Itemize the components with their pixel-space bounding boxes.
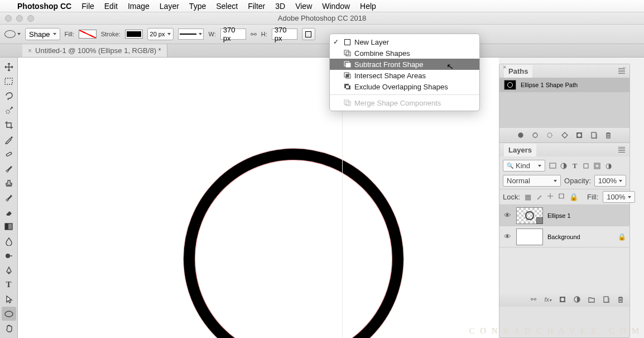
healing-tool[interactable] bbox=[2, 147, 16, 161]
paths-panel-tab[interactable]: Paths bbox=[504, 65, 532, 78]
layer-fx-icon[interactable]: fx▾ bbox=[544, 296, 551, 303]
menu-item-intersect[interactable]: Intersect Shape Areas bbox=[330, 70, 479, 81]
menu-item-new-layer[interactable]: ✓ New Layer bbox=[330, 36, 479, 47]
delete-path-icon[interactable] bbox=[605, 132, 612, 139]
fill-swatch[interactable] bbox=[79, 30, 97, 39]
blend-mode-dropdown[interactable]: Normal bbox=[503, 175, 561, 187]
lock-transparency-icon[interactable]: ▦ bbox=[525, 193, 531, 201]
path-row[interactable]: Ellipse 1 Shape Path bbox=[499, 78, 629, 92]
menu-select[interactable]: Select bbox=[211, 2, 243, 11]
opacity-value: 100% bbox=[598, 177, 617, 185]
layers-panel-tab[interactable]: Layers bbox=[504, 144, 536, 156]
filter-pixel-icon[interactable] bbox=[549, 162, 556, 169]
eraser-tool[interactable] bbox=[2, 205, 16, 219]
window-title: Adobe Photoshop CC 2018 bbox=[278, 14, 366, 22]
lasso-tool[interactable] bbox=[2, 89, 16, 103]
layer-filter-dropdown[interactable]: 🔍Kind bbox=[503, 160, 545, 172]
layer-name[interactable]: Background bbox=[547, 234, 580, 240]
close-tab-icon[interactable]: × bbox=[28, 47, 32, 55]
minimize-window-icon[interactable] bbox=[16, 15, 23, 22]
tool-mode-dropdown[interactable]: Shape bbox=[25, 28, 60, 40]
lock-all-icon[interactable]: 🔒 bbox=[569, 193, 578, 201]
ellipse-shape-tool[interactable] bbox=[2, 307, 16, 321]
panel-collapse-icon[interactable]: ·· bbox=[623, 64, 626, 70]
stroke-style-dropdown[interactable] bbox=[178, 28, 204, 40]
menu-view[interactable]: View bbox=[290, 2, 317, 11]
dodge-tool[interactable] bbox=[2, 249, 16, 263]
link-wh-icon[interactable]: ⚯ bbox=[251, 30, 257, 39]
lock-icon[interactable]: 🔒 bbox=[618, 233, 626, 241]
menu-window[interactable]: Window bbox=[317, 2, 355, 11]
panel-menu-icon[interactable] bbox=[618, 147, 625, 153]
visibility-icon[interactable]: 👁 bbox=[503, 211, 512, 220]
opacity-field[interactable]: 100% bbox=[594, 175, 626, 187]
stroke-swatch[interactable] bbox=[125, 30, 143, 39]
stroke-width-field[interactable]: 20 px bbox=[147, 28, 174, 40]
type-tool[interactable]: T bbox=[2, 278, 16, 292]
panel-close-icon[interactable]: × bbox=[503, 64, 506, 70]
history-brush-tool[interactable] bbox=[2, 191, 16, 204]
gradient-tool[interactable] bbox=[2, 220, 16, 234]
quick-select-tool[interactable] bbox=[2, 103, 16, 117]
menu-help[interactable]: Help bbox=[355, 2, 381, 11]
pen-tool[interactable] bbox=[2, 263, 16, 277]
filter-type-icon[interactable]: T bbox=[571, 162, 579, 169]
chevron-down-icon bbox=[538, 165, 541, 167]
delete-layer-icon[interactable] bbox=[617, 296, 624, 303]
layer-thumbnail[interactable] bbox=[516, 228, 543, 245]
stamp-tool[interactable] bbox=[2, 176, 16, 190]
filter-toggle-icon[interactable]: ◑ bbox=[604, 162, 612, 169]
add-mask-icon[interactable] bbox=[559, 296, 566, 303]
menu-item-exclude[interactable]: Exclude Overlapping Shapes bbox=[330, 81, 479, 92]
menu-filter[interactable]: Filter bbox=[243, 2, 270, 11]
menu-app[interactable]: Photoshop CC bbox=[12, 2, 76, 11]
filter-smart-icon[interactable] bbox=[593, 162, 601, 169]
layer-row[interactable]: 👁 Background 🔒 bbox=[499, 226, 629, 247]
zoom-window-icon[interactable] bbox=[27, 15, 34, 22]
selection-to-path-icon[interactable] bbox=[561, 132, 568, 139]
link-layers-icon[interactable]: ⚯ bbox=[531, 296, 536, 303]
new-group-icon[interactable] bbox=[588, 296, 595, 303]
new-layer-icon[interactable] bbox=[603, 296, 609, 303]
width-field[interactable]: 370 px bbox=[220, 28, 246, 40]
path-select-tool[interactable] bbox=[2, 292, 16, 306]
filter-adjust-icon[interactable] bbox=[560, 162, 568, 169]
menu-edit[interactable]: Edit bbox=[99, 2, 123, 11]
move-tool[interactable] bbox=[2, 60, 16, 74]
close-window-icon[interactable] bbox=[5, 15, 12, 22]
lock-artboard-icon[interactable] bbox=[558, 193, 565, 201]
visibility-icon[interactable]: 👁 bbox=[503, 232, 512, 241]
ellipse-shape[interactable] bbox=[184, 149, 403, 338]
add-mask-icon[interactable] bbox=[576, 132, 583, 139]
svg-rect-31 bbox=[346, 102, 350, 106]
lock-position-icon[interactable] bbox=[547, 193, 554, 201]
document-tab[interactable]: × Untitled-1 @ 100% (Ellipse 1, RGB/8) * bbox=[22, 44, 167, 57]
layer-thumbnail[interactable] bbox=[516, 207, 543, 224]
crop-tool[interactable] bbox=[2, 118, 16, 132]
current-tool-indicator[interactable] bbox=[4, 30, 21, 38]
path-to-selection-icon[interactable] bbox=[546, 132, 554, 139]
menu-3d[interactable]: 3D bbox=[270, 2, 290, 11]
menu-item-subtract[interactable]: Subtract Front Shape bbox=[330, 59, 479, 70]
fill-opacity-field[interactable]: 100% bbox=[603, 191, 635, 203]
menu-layer[interactable]: Layer bbox=[155, 2, 184, 11]
new-adjustment-icon[interactable] bbox=[574, 296, 580, 303]
hand-tool[interactable] bbox=[2, 321, 16, 335]
lock-pixels-icon[interactable] bbox=[536, 193, 542, 201]
menu-type[interactable]: Type bbox=[184, 2, 211, 11]
height-field[interactable]: 370 px bbox=[272, 28, 297, 40]
menu-file[interactable]: File bbox=[76, 2, 99, 11]
fill-path-icon[interactable] bbox=[517, 132, 524, 139]
marquee-tool[interactable] bbox=[2, 74, 16, 88]
eyedropper-tool[interactable] bbox=[2, 132, 16, 146]
stroke-path-icon[interactable] bbox=[532, 132, 539, 139]
brush-tool[interactable] bbox=[2, 161, 16, 175]
layer-row[interactable]: 👁 Ellipse 1 bbox=[499, 205, 629, 226]
menu-item-combine[interactable]: Combine Shapes bbox=[330, 47, 479, 59]
filter-shape-icon[interactable] bbox=[582, 162, 590, 169]
menu-image[interactable]: Image bbox=[123, 2, 155, 11]
layer-name[interactable]: Ellipse 1 bbox=[547, 212, 571, 219]
new-path-icon[interactable] bbox=[590, 132, 597, 139]
path-operations-button[interactable] bbox=[302, 28, 315, 40]
blur-tool[interactable] bbox=[2, 234, 16, 248]
